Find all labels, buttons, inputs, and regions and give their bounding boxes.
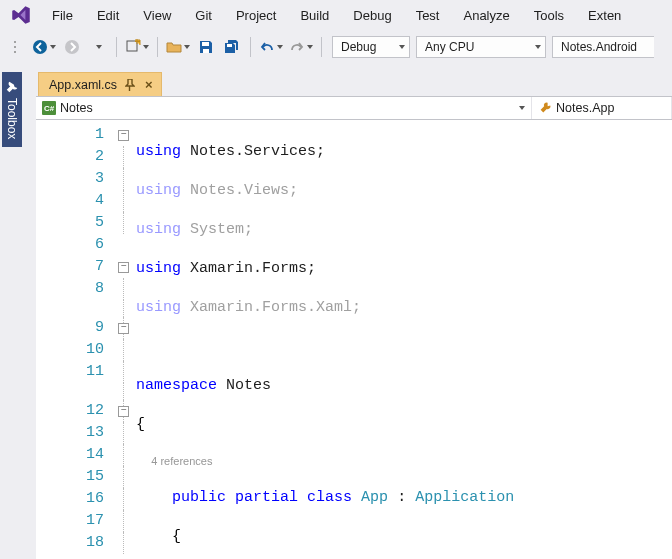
separator [157, 37, 158, 57]
svg-point-4 [65, 40, 79, 54]
svg-point-1 [14, 46, 16, 48]
chevron-down-icon [143, 45, 149, 49]
menu-tools[interactable]: Tools [522, 4, 576, 27]
workspace: Toolbox App.xaml.cs × C# Notes [0, 64, 672, 559]
code-editor[interactable]: 123456 78 91011 12131415161718 − − − [36, 120, 672, 559]
chevron-down-icon [519, 106, 525, 110]
chevron-down-icon [535, 45, 541, 49]
document-tab-app-xaml-cs[interactable]: App.xaml.cs × [38, 72, 162, 96]
solution-platform-value: Any CPU [425, 40, 474, 54]
standard-toolbar: Debug Any CPU Notes.Android [0, 30, 672, 64]
nav-scope-project-label: Notes [60, 101, 93, 115]
fold-toggle[interactable]: − [118, 262, 129, 273]
startup-project-value: Notes.Android [561, 40, 637, 54]
toolbar-grip-icon [4, 35, 28, 59]
svg-point-3 [33, 40, 47, 54]
separator [250, 37, 251, 57]
nav-scope-type[interactable]: Notes.App [532, 97, 672, 119]
menu-bar: File Edit View Git Project Build Debug T… [0, 0, 672, 30]
menu-extensions[interactable]: Exten [576, 4, 633, 27]
svg-rect-5 [127, 41, 137, 51]
toolbox-tab[interactable]: Toolbox [2, 72, 22, 147]
chevron-down-icon [50, 45, 56, 49]
toolbox-icon [5, 80, 19, 94]
left-dock: Toolbox [0, 64, 24, 559]
csharp-file-icon: C# [42, 101, 56, 115]
solution-config-combo[interactable]: Debug [332, 36, 410, 58]
fold-toggle[interactable]: − [118, 406, 129, 417]
chevron-down-icon [307, 45, 313, 49]
fold-toggle[interactable]: − [118, 323, 129, 334]
menu-file[interactable]: File [40, 4, 85, 27]
menu-debug[interactable]: Debug [341, 4, 403, 27]
startup-project-combo[interactable]: Notes.Android [552, 36, 654, 58]
vs-logo-icon [10, 4, 32, 26]
svg-point-0 [14, 41, 16, 43]
redo-button[interactable] [287, 35, 315, 59]
pin-icon[interactable] [125, 79, 135, 91]
chevron-down-icon[interactable] [86, 35, 110, 59]
menu-edit[interactable]: Edit [85, 4, 131, 27]
menu-build[interactable]: Build [288, 4, 341, 27]
separator [116, 37, 117, 57]
save-all-button[interactable] [220, 35, 244, 59]
code-content[interactable]: using Notes.Services; using Notes.Views;… [136, 120, 672, 559]
chevron-down-icon [399, 45, 405, 49]
solution-platform-combo[interactable]: Any CPU [416, 36, 546, 58]
nav-scope-project[interactable]: C# Notes [36, 97, 532, 119]
document-tab-label: App.xaml.cs [49, 78, 117, 92]
svg-point-2 [14, 51, 16, 53]
document-tab-strip: App.xaml.cs × [36, 70, 672, 96]
editor-region: App.xaml.cs × C# Notes Notes.App [24, 64, 672, 559]
outlining-margin[interactable]: − − − − [118, 120, 136, 559]
menu-project[interactable]: Project [224, 4, 288, 27]
menu-view[interactable]: View [131, 4, 183, 27]
fold-toggle[interactable]: − [118, 130, 129, 141]
close-tab-button[interactable]: × [143, 77, 155, 92]
menu-test[interactable]: Test [404, 4, 452, 27]
separator [321, 37, 322, 57]
nav-back-button[interactable] [30, 35, 58, 59]
undo-button[interactable] [257, 35, 285, 59]
menu-analyze[interactable]: Analyze [451, 4, 521, 27]
toolbox-label: Toolbox [5, 98, 19, 139]
solution-config-value: Debug [341, 40, 376, 54]
new-project-button[interactable] [123, 35, 151, 59]
nav-scope-type-label: Notes.App [556, 101, 614, 115]
svg-rect-6 [202, 42, 209, 46]
svg-rect-7 [203, 49, 209, 53]
open-file-button[interactable] [164, 35, 192, 59]
menu-git[interactable]: Git [183, 4, 224, 27]
save-button[interactable] [194, 35, 218, 59]
nav-forward-button[interactable] [60, 35, 84, 59]
chevron-down-icon [184, 45, 190, 49]
chevron-down-icon [277, 45, 283, 49]
code-nav-bar: C# Notes Notes.App [36, 96, 672, 120]
wrench-icon [538, 101, 552, 115]
line-number-gutter: 123456 78 91011 12131415161718 [36, 120, 118, 559]
svg-rect-8 [227, 44, 232, 47]
